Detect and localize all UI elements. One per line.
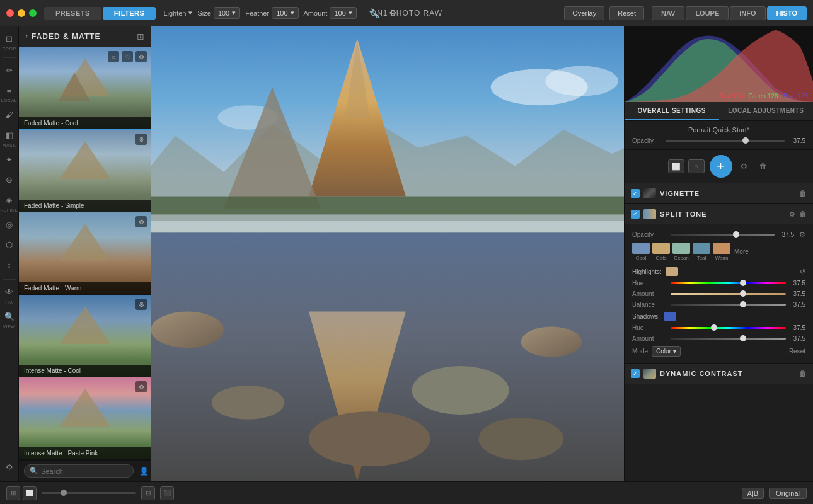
highlights-hue-slider[interactable] (671, 282, 786, 284)
dynamic-contrast-checkbox[interactable]: ✓ (631, 369, 640, 378)
tab-local-adjustments[interactable]: LOCAL ADJUSTMENTS (719, 102, 814, 120)
zoom-tool[interactable]: 🔍 (1, 308, 18, 324)
mode-select[interactable]: Color ▾ (652, 346, 681, 357)
refine-tool[interactable]: ◈ (1, 192, 17, 208)
minimize-button[interactable] (18, 9, 25, 17)
tab-info[interactable]: INFO (730, 6, 765, 20)
split-tone-checkbox[interactable]: ✓ (631, 210, 640, 219)
left-tool-panel: ⊡ CROP ✏ ≡ LOCAL 🖌 ◧ MASK ✦ ⊕ ◈ REFINE ◎ (0, 26, 19, 481)
view-icon-2[interactable]: ○ (688, 159, 705, 173)
search-input[interactable] (41, 467, 128, 475)
tab-overall-settings[interactable]: OVERALL SETTINGS (625, 102, 719, 120)
amount-select[interactable]: 100▾ (330, 7, 356, 19)
gear-tool[interactable]: ⚙ (1, 459, 18, 475)
adjustment-tool[interactable]: ≡ (1, 82, 18, 98)
preset-gear-icon-warm[interactable]: ⚙ (136, 216, 147, 227)
highlights-reset-icon[interactable]: ↺ (800, 268, 805, 276)
mask-tool[interactable]: ◧ (1, 127, 18, 143)
blur-tool[interactable]: ⬡ (1, 236, 18, 253)
crop-tool[interactable]: ⊡ (1, 30, 18, 47)
opacity-row: Opacity 37.5 (632, 137, 805, 144)
overlay-button[interactable]: Overlay (564, 6, 604, 20)
close-button[interactable] (6, 9, 14, 17)
heal-tool[interactable]: ✦ (1, 151, 18, 168)
stp-more[interactable]: More (734, 248, 749, 255)
brush-tool[interactable]: 🖌 (1, 106, 18, 123)
effect-settings-icon[interactable]: ⚙ (737, 159, 751, 173)
svg-point-14 (212, 386, 285, 420)
stp-ocean[interactable]: Ocean (672, 243, 690, 261)
grid-icon[interactable]: ⊞ (137, 32, 144, 42)
view-tool[interactable]: 👁 (1, 284, 18, 300)
add-effect-button[interactable]: + (710, 155, 732, 178)
zoom-slider[interactable] (42, 492, 136, 494)
bottom-bar: ⊞ ⬜ ⊡ ⬛ A|B Original (0, 481, 813, 504)
zoom-slider-thumb[interactable] (61, 490, 67, 496)
person-icon[interactable]: 👤 (137, 465, 150, 478)
top-bar: PRESETS FILTERS Lighten ▾ Size 100▾ Feat… (0, 0, 813, 26)
tool-group-mask: ◧ MASK (1, 127, 18, 147)
tool-divider-1 (3, 57, 16, 58)
stp-teal[interactable]: Teal (693, 243, 710, 261)
original-button[interactable]: Original (769, 488, 807, 499)
preset-item-faded-cool[interactable]: ○ ♡ ⚙ Faded Matte - Cool (19, 47, 151, 130)
balance-slider[interactable] (671, 304, 786, 306)
single-view-icon[interactable]: ⬜ (23, 486, 37, 500)
tab-nav[interactable]: NAV (652, 6, 684, 20)
tab-filters[interactable]: FILTERS (103, 7, 156, 20)
size-select[interactable]: 100▾ (214, 7, 240, 19)
preset-gear-icon-intense[interactable]: ⚙ (136, 299, 147, 310)
preset-settings-icons-simple: ⚙ (136, 134, 147, 145)
reset-small-btn[interactable]: Reset (789, 348, 805, 355)
feather-select[interactable]: 100▾ (272, 7, 298, 19)
preset-heart-icon[interactable]: ♡ (122, 51, 133, 62)
stp-oats[interactable]: Oats (652, 243, 670, 261)
ab-compare-button[interactable]: A|B (742, 488, 764, 499)
stp-cool[interactable]: Cool (632, 243, 650, 261)
opacity-slider-thumb[interactable] (742, 137, 749, 144)
split-tone-settings-icon[interactable]: ⚙ (789, 210, 795, 219)
preset-item-faded-simple[interactable]: ⚙ Faded Matte - Simple (19, 130, 151, 212)
vignette-checkbox[interactable]: ✓ (631, 189, 640, 198)
grid-view-icon[interactable]: ⊞ (6, 486, 20, 500)
retouch-tool[interactable]: ✏ (1, 62, 18, 78)
dynamic-contrast-delete-icon[interactable]: 🗑 (799, 369, 807, 378)
preset-item-faded-warm[interactable]: ⚙ Faded Matte - Warm (19, 212, 151, 295)
clone-tool[interactable]: ⊕ (1, 171, 18, 188)
effect-delete-icon[interactable]: 🗑 (756, 159, 770, 173)
shadows-color-box[interactable] (664, 312, 676, 321)
split-tone-opacity-slider[interactable] (671, 234, 775, 236)
amount-label: Amount (632, 290, 667, 297)
preset-eye-icon[interactable]: ○ (108, 51, 119, 62)
split-tone-body-settings[interactable]: ⚙ (799, 231, 805, 239)
preset-item-intense-cool[interactable]: ⚙ Intense Matte - Cool (19, 295, 151, 377)
vignette-delete-icon[interactable]: 🗑 (799, 189, 807, 198)
liquify-tool[interactable]: ↕ (1, 256, 18, 273)
tab-presets[interactable]: PRESETS (44, 7, 101, 20)
highlights-color-box[interactable] (666, 267, 678, 276)
tab-loupe[interactable]: LOUPE (686, 6, 729, 20)
preset-gear-icon[interactable]: ⚙ (136, 51, 147, 62)
dynamic-contrast-name: DYNAMIC CONTRAST (660, 370, 795, 377)
view-icon-1[interactable]: ⬜ (668, 159, 684, 173)
red-tool[interactable]: ◎ (1, 216, 18, 232)
maximize-button[interactable] (29, 9, 37, 17)
fit-view-icon[interactable]: ⊡ (141, 486, 155, 500)
stp-warm[interactable]: Warm (713, 243, 730, 261)
tool-group-zoom: 🔍 VIEW (1, 308, 18, 329)
split-tone-delete-icon[interactable]: 🗑 (799, 210, 807, 219)
hue-label: Hue (632, 280, 667, 287)
shadows-amount-slider[interactable] (671, 338, 786, 340)
shadows-hue-slider[interactable] (671, 327, 786, 329)
green-value: Green 128 (748, 93, 778, 100)
preset-gear-icon-simple[interactable]: ⚙ (136, 134, 147, 145)
highlights-amount-slider[interactable] (671, 293, 786, 295)
back-arrow-icon[interactable]: ‹ (25, 32, 28, 41)
tab-histo[interactable]: HISTO (767, 6, 807, 20)
preset-item-intense-pink[interactable]: ⚙ Intense Matte - Paste Pink (19, 377, 151, 460)
full-view-icon[interactable]: ⬛ (160, 486, 174, 500)
mountain-shape (60, 389, 110, 427)
reset-button[interactable]: Reset (609, 6, 644, 20)
opacity-slider[interactable] (666, 140, 785, 142)
preset-gear-icon-pink[interactable]: ⚙ (136, 381, 147, 392)
